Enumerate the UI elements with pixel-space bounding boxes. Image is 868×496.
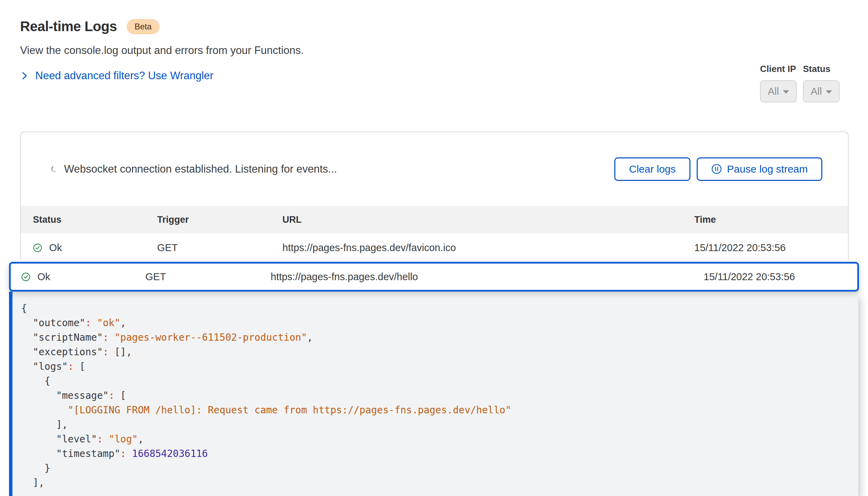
log-json-line: "level": "log",	[21, 432, 858, 447]
log-row-status: Ok	[21, 271, 145, 283]
status-label: Ok	[49, 242, 62, 254]
pause-log-stream-label: Pause log stream	[727, 163, 808, 175]
client-ip-filter-value: All	[768, 86, 779, 97]
log-json-line: "[LOGGING FROM /hello]: Request came fro…	[21, 403, 858, 417]
column-header-time: Time	[694, 214, 848, 225]
chevron-right-icon	[21, 71, 28, 80]
log-row-url: https://pages-fns.pages.dev/favicon.ico	[282, 242, 694, 254]
clear-logs-label: Clear logs	[629, 163, 676, 175]
log-row-url: https://pages-fns.pages.dev/hello	[271, 271, 704, 283]
chevron-down-icon	[783, 90, 789, 94]
log-row[interactable]: OkGEThttps://pages-fns.pages.dev/favicon…	[21, 233, 848, 262]
log-row-trigger: GET	[157, 242, 282, 254]
column-header-trigger: Trigger	[157, 214, 282, 225]
pause-log-stream-button[interactable]: Pause log stream	[697, 157, 822, 181]
log-json-line: ],	[21, 476, 858, 490]
websocket-status-text: Websocket connection established. Listen…	[64, 163, 337, 175]
log-panel-toolbar: Websocket connection established. Listen…	[21, 132, 848, 206]
client-ip-filter-label: Client IP	[760, 64, 797, 74]
check-circle-icon	[21, 272, 30, 282]
log-json-line: "exceptions": [],	[21, 345, 858, 359]
clear-logs-button[interactable]: Clear logs	[614, 157, 690, 181]
wrangler-link-label: Need advanced filters? Use Wrangler	[35, 70, 214, 82]
log-json-line: {	[21, 301, 858, 316]
log-row-time: 15/11/2022 20:53:56	[694, 242, 848, 254]
pause-circle-icon	[711, 164, 722, 174]
log-json-line: "message": [	[21, 388, 858, 403]
page-description: View the console.log output and errors f…	[20, 44, 304, 57]
log-json-line: }	[21, 461, 858, 476]
log-detail-panel: { "outcome": "ok", "scriptName": "pages-…	[9, 292, 858, 496]
log-row-time: 15/11/2022 20:53:56	[704, 271, 857, 283]
log-json-line: "outcome": "ok",	[21, 316, 858, 330]
log-json-line: "scriptName": "pages-worker--611502-prod…	[21, 330, 858, 345]
expanded-log-entry: Ok GET https://pages-fns.pages.dev/hello…	[9, 262, 859, 292]
status-filter-label: Status	[803, 64, 840, 74]
filter-group-status: Status All	[803, 64, 840, 102]
log-json-line: {	[21, 374, 858, 388]
log-table-header: Status Trigger URL Time	[21, 206, 848, 233]
check-circle-icon	[33, 243, 42, 252]
log-row-selected[interactable]: Ok GET https://pages-fns.pages.dev/hello…	[9, 262, 859, 292]
column-header-status: Status	[33, 214, 157, 225]
chevron-down-icon	[826, 90, 832, 94]
client-ip-filter-dropdown[interactable]: All	[760, 80, 797, 102]
log-table-body: OkGEThttps://pages-fns.pages.dev/favicon…	[21, 233, 848, 262]
log-row-trigger: GET	[145, 271, 271, 283]
wrangler-filters-link[interactable]: Need advanced filters? Use Wrangler	[21, 70, 214, 82]
log-panel: Websocket connection established. Listen…	[20, 131, 849, 262]
log-json-line: "timestamp": 1668542036116	[21, 447, 858, 461]
status-filter-dropdown[interactable]: All	[803, 80, 840, 102]
log-json-line: "logs": [	[21, 359, 858, 374]
page-header: Real-time Logs Beta	[20, 19, 160, 34]
filter-group-client-ip: Client IP All	[760, 64, 797, 102]
status-label: Ok	[37, 271, 50, 283]
panel-buttons: Clear logs Pause log stream	[614, 157, 822, 181]
log-row-status: Ok	[33, 242, 157, 254]
spinner-icon	[51, 165, 58, 173]
status-filter-value: All	[811, 86, 822, 97]
column-header-url: URL	[282, 214, 694, 225]
page-title: Real-time Logs	[20, 19, 117, 34]
log-json: { "outcome": "ok", "scriptName": "pages-…	[21, 301, 858, 490]
beta-badge: Beta	[127, 19, 160, 34]
log-json-line: ],	[21, 417, 858, 432]
websocket-status: Websocket connection established. Listen…	[51, 163, 337, 175]
